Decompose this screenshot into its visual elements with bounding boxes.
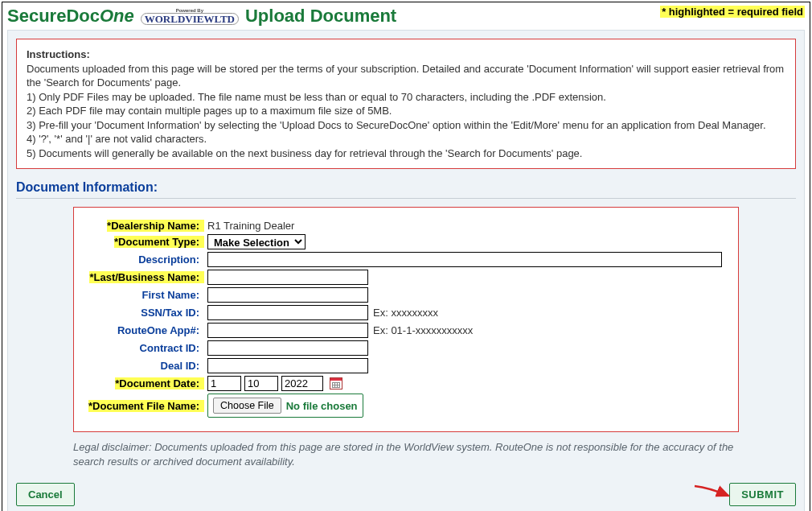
label-contract: Contract ID: [140, 342, 204, 354]
logo-subtext: Powered By [176, 8, 203, 13]
instructions-body: Documents uploaded from this page will b… [27, 62, 785, 90]
logo-text: WORLDVIEWLTD [141, 13, 239, 25]
instructions-heading: Instructions: [27, 47, 785, 62]
footer-actions: Cancel SUBMIT [16, 483, 796, 506]
form-box: *Dealership Name: R1 Training Dealer *Do… [73, 207, 739, 432]
worldview-logo: Powered By WORLDVIEWLTD [137, 8, 242, 25]
input-last-name[interactable] [207, 270, 368, 285]
legal-disclaimer: Legal disclaimer: Documents uploaded fro… [73, 440, 739, 468]
label-last-name: *Last/Business Name: [89, 271, 204, 283]
label-first-name: First Name: [141, 289, 204, 301]
section-title: Document Information: [16, 180, 796, 195]
file-chooser: Choose File No file chosen [207, 394, 363, 418]
calendar-icon[interactable] [330, 377, 342, 389]
label-routeone: RouteOne App#: [117, 324, 204, 336]
label-file-name: *Document File Name: [88, 400, 204, 412]
page-container: SecureDocOne Powered By WORLDVIEWLTD Upl… [2, 2, 810, 511]
arrow-annotation-icon [693, 484, 733, 505]
input-description[interactable] [207, 252, 722, 267]
input-date-month[interactable] [207, 376, 241, 391]
hint-routeone: Ex: 01-1-xxxxxxxxxxx [373, 324, 473, 336]
label-description: Description: [138, 253, 204, 266]
input-deal[interactable] [207, 358, 368, 373]
divider [16, 198, 796, 199]
value-dealership: R1 Training Dealer [204, 220, 294, 232]
choose-file-button[interactable]: Choose File [213, 398, 281, 414]
submit-button[interactable]: SUBMIT [729, 483, 796, 506]
content-area: Instructions: Documents uploaded from th… [7, 30, 805, 511]
instructions-line: 3) Pre-fill your 'Document Information' … [27, 118, 785, 133]
file-status: No file chosen [286, 400, 358, 412]
input-contract[interactable] [207, 340, 368, 356]
input-first-name[interactable] [207, 287, 368, 303]
instructions-box: Instructions: Documents uploaded from th… [16, 39, 796, 169]
label-doc-type: *Document Type: [114, 236, 204, 248]
page-title: SecureDocOne Powered By WORLDVIEWLTD Upl… [7, 6, 396, 27]
hint-ssn: Ex: xxxxxxxxx [373, 307, 438, 319]
instructions-line: 1) Only PDF Files may be uploaded. The f… [27, 90, 785, 105]
input-date-day[interactable] [244, 376, 278, 391]
instructions-line: 4) '?', '*' and '|' are not valid charac… [27, 132, 785, 146]
title-brand-1: SecureDoc [7, 6, 100, 26]
required-field-note: * highlighted = required field [660, 6, 805, 18]
input-routeone[interactable] [207, 323, 368, 338]
instructions-line: 2) Each PDF file may contain multiple pa… [27, 104, 785, 118]
select-doc-type[interactable]: Make Selection [207, 234, 306, 249]
label-ssn: SSN/Tax ID: [141, 307, 204, 319]
input-ssn[interactable] [207, 305, 368, 320]
input-date-year[interactable] [281, 376, 323, 391]
instructions-line: 5) Documents will generally be available… [27, 146, 785, 161]
page-header: SecureDocOne Powered By WORLDVIEWLTD Upl… [7, 6, 805, 27]
title-action: Upload Document [245, 6, 396, 27]
label-deal: Deal ID: [161, 360, 204, 372]
cancel-button[interactable]: Cancel [16, 483, 75, 506]
title-brand-2: One [100, 6, 134, 26]
label-dealership: *Dealership Name: [107, 220, 204, 232]
label-doc-date: *Document Date: [115, 377, 204, 389]
